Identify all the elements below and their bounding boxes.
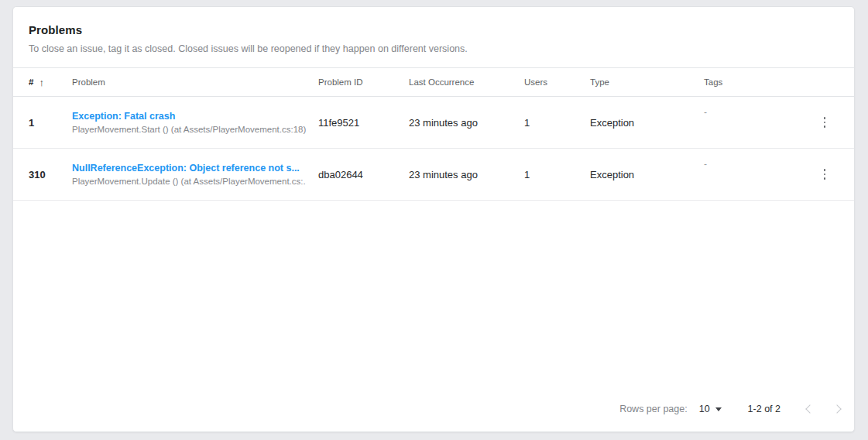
type-cell: Exception — [590, 117, 704, 129]
column-header-num[interactable]: # ↑ — [13, 77, 72, 88]
table-header-row: # ↑ Problem Problem ID Last Occurrence U… — [13, 67, 854, 97]
pagination-bar: Rows per page: 10 1-2 of 2 — [619, 387, 854, 431]
problem-location: PlayerMovement.Start () (at Assets/Playe… — [72, 125, 306, 134]
users-cell: 1 — [524, 169, 590, 180]
column-header-tags: Tags — [704, 77, 795, 87]
column-header-type: Type — [590, 77, 704, 87]
last-occurrence-cell: 23 minutes ago — [409, 169, 524, 180]
pagination-range: 1-2 of 2 — [748, 404, 781, 414]
column-header-users: Users — [524, 77, 590, 87]
column-header-problem-id: Problem ID — [318, 77, 409, 87]
last-occurrence-cell: 23 minutes ago — [409, 117, 524, 129]
rows-per-page-label: Rows per page: — [619, 404, 688, 414]
tags-cell: - — [704, 97, 795, 118]
row-number: 310 — [13, 169, 72, 180]
column-header-num-label: # — [29, 77, 33, 87]
kebab-icon — [824, 169, 826, 171]
sort-ascending-icon: ↑ — [39, 77, 44, 88]
previous-page-button[interactable] — [799, 400, 818, 418]
problems-card: Problems To close an issue, tag it as cl… — [12, 6, 855, 432]
kebab-icon — [824, 117, 826, 119]
problem-id-cell: 11fe9521 — [318, 117, 409, 129]
problem-id-cell: dba02644 — [318, 169, 409, 180]
table-row: 1 Exception: Fatal crash PlayerMovement.… — [13, 97, 854, 149]
problem-location: PlayerMovement.Update () (at Assets/Play… — [72, 177, 306, 186]
type-cell: Exception — [590, 169, 704, 180]
chevron-left-icon — [805, 404, 814, 413]
rows-per-page-select[interactable]: 10 — [699, 404, 722, 414]
row-number: 1 — [13, 117, 72, 129]
actions-cell — [795, 112, 854, 132]
chevron-right-icon — [832, 404, 841, 413]
actions-cell — [795, 164, 854, 184]
rows-per-page-value: 10 — [699, 404, 710, 414]
table-row: 310 NullReferenceException: Object refer… — [13, 149, 854, 201]
problems-table: # ↑ Problem Problem ID Last Occurrence U… — [13, 67, 854, 201]
sort-control[interactable]: # ↑ — [29, 77, 72, 88]
column-header-last-occurrence: Last Occurrence — [409, 77, 524, 87]
chevron-down-icon — [715, 407, 722, 411]
column-header-problem: Problem — [72, 77, 318, 87]
card-header: Problems To close an issue, tag it as cl… — [13, 7, 854, 54]
row-actions-button[interactable] — [815, 112, 835, 132]
tags-cell: - — [704, 149, 795, 170]
problem-cell: Exception: Fatal crash PlayerMovement.St… — [72, 111, 318, 134]
page-subtitle: To close an issue, tag it as closed. Clo… — [29, 43, 839, 54]
problem-title-link[interactable]: NullReferenceException: Object reference… — [72, 163, 306, 174]
next-page-button[interactable] — [829, 400, 848, 418]
row-actions-button[interactable] — [815, 164, 835, 184]
users-cell: 1 — [524, 117, 590, 129]
page-title: Problems — [29, 23, 839, 36]
problem-cell: NullReferenceException: Object reference… — [72, 163, 318, 186]
problem-title-link[interactable]: Exception: Fatal crash — [72, 111, 306, 122]
